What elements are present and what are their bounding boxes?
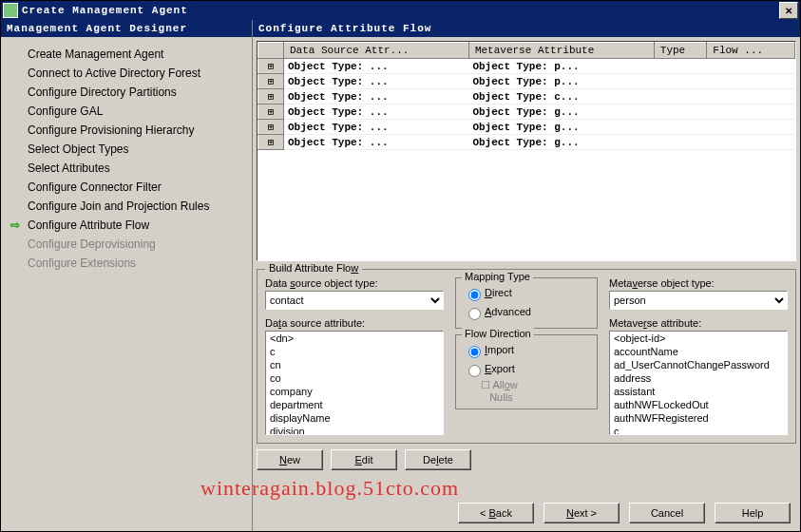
list-item[interactable]: <dn> [266,332,443,345]
list-item[interactable]: company [266,385,443,398]
flow-import-radio[interactable] [468,346,481,358]
allow-nulls-check: ☐ Allow Nulls [464,379,589,403]
list-item[interactable]: accountName [610,345,787,358]
window-title: Create Management Agent [22,5,188,16]
table-row[interactable]: ⊞Object Type: ...Object Type: g... [258,120,795,135]
list-item[interactable]: cn [266,358,443,371]
table-row[interactable]: ⊞Object Type: ...Object Type: g... [258,135,795,150]
sidebar-step-1[interactable]: Connect to Active Directory Forest [5,64,248,83]
table-row[interactable]: ⊞Object Type: ...Object Type: c... [258,89,795,104]
sidebar-step-6[interactable]: Select Attributes [5,159,248,178]
attribute-flow-grid[interactable]: Data Source Attr...Metaverse AttributeTy… [257,41,796,261]
grid-col[interactable]: Flow ... [707,43,795,59]
main-header: Configure Attribute Flow [253,20,800,37]
next-button[interactable]: Next > [544,503,620,523]
sidebar-step-3[interactable]: Configure GAL [5,102,248,121]
help-button[interactable]: Help [715,503,791,523]
mapping-legend: Mapping Type [462,271,533,282]
sidebar-step-9[interactable]: Configure Attribute Flow [5,216,248,235]
mv-type-label: Metaverse object type: [609,277,788,289]
build-attribute-flow-group: Build Attribute Flow Data source object … [257,269,796,444]
ds-type-select[interactable]: contact [265,291,444,310]
cancel-button[interactable]: Cancel [629,503,705,523]
back-button[interactable]: < Back [458,503,534,523]
sidebar: Management Agent Designer Create Managem… [1,20,252,531]
new-button[interactable]: New [257,449,323,470]
grid-col[interactable]: Type [654,43,706,59]
list-item[interactable]: address [610,371,787,385]
list-item[interactable]: <object-id> [610,332,787,345]
ds-attr-label: Data source attribute: [265,317,444,329]
grid-col[interactable]: Data Source Attr... [284,43,469,59]
list-item[interactable]: assistant [610,385,787,398]
list-item[interactable]: ad_UserCannotChangePassword [610,358,787,371]
sidebar-step-5[interactable]: Select Object Types [5,140,248,159]
table-row[interactable]: ⊞Object Type: ...Object Type: p... [258,59,795,74]
ds-attr-list[interactable]: <dn>ccncocompanydepartmentdisplayNamediv… [265,331,444,435]
mapping-type-group: Mapping Type Direct Advanced [455,277,598,329]
sidebar-step-11: Configure Extensions [5,254,248,273]
flow-legend: Flow Direction [462,328,534,339]
ds-type-label: Data source object type: [265,277,444,289]
sidebar-step-10: Configure Deprovisioning [5,235,248,254]
list-item[interactable]: department [266,398,443,411]
sidebar-header: Management Agent Designer [1,20,252,37]
mapping-direct-radio[interactable] [468,289,481,301]
sidebar-step-8[interactable]: Configure Join and Projection Rules [5,197,248,216]
list-item[interactable]: division [266,425,443,435]
edit-button[interactable]: Edit [331,449,397,470]
table-row[interactable]: ⊞Object Type: ...Object Type: g... [258,104,795,120]
flow-direction-group: Flow Direction Import Export ☐ Allow Nul… [455,334,598,409]
table-row[interactable]: ⊞Object Type: ...Object Type: p... [258,74,795,89]
build-legend: Build Attribute Flow [265,262,362,274]
close-icon[interactable]: ✕ [779,2,798,19]
sidebar-step-2[interactable]: Configure Directory Partitions [5,83,248,102]
list-item[interactable]: authNWFLockedOut [610,398,787,411]
sidebar-step-7[interactable]: Configure Connector Filter [5,178,248,197]
flow-export-radio[interactable] [468,365,481,377]
window-titlebar: Create Management Agent ✕ [1,1,800,20]
list-item[interactable]: co [266,371,443,385]
sidebar-step-0[interactable]: Create Management Agent [5,45,248,64]
mv-type-select[interactable]: person [609,291,788,310]
delete-button[interactable]: Delete [405,449,471,470]
grid-col[interactable]: Metaverse Attribute [468,43,654,59]
list-item[interactable]: c [610,425,787,435]
mv-attr-list[interactable]: <object-id>accountNamead_UserCannotChang… [609,331,788,435]
list-item[interactable]: c [266,345,443,358]
list-item[interactable]: displayName [266,411,443,425]
sidebar-step-4[interactable]: Configure Provisioning Hierarchy [5,121,248,140]
list-item[interactable]: authNWFRegistered [610,411,787,425]
mapping-advanced-radio[interactable] [468,308,481,320]
app-icon [3,3,18,18]
mv-attr-label: Metaverse attribute: [609,317,788,329]
